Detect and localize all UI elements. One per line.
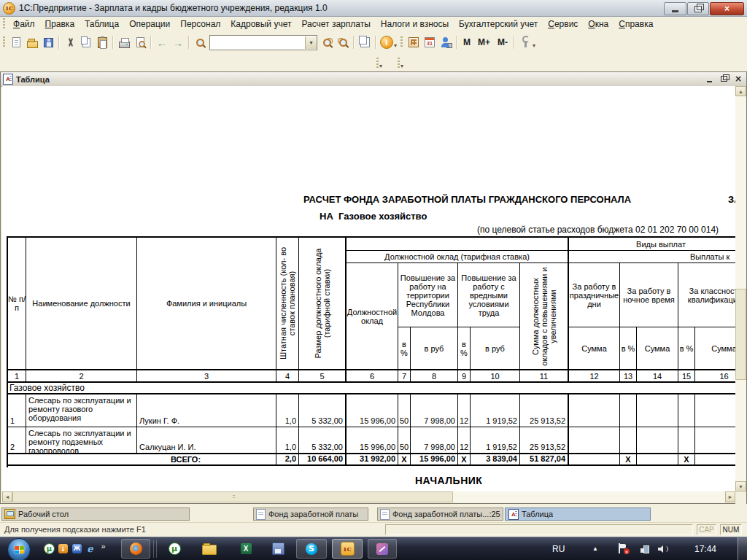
print-preview-button[interactable] xyxy=(132,34,148,50)
totals-x[interactable]: X xyxy=(458,454,471,466)
row2-empty[interactable] xyxy=(695,427,735,454)
task-excel[interactable]: X xyxy=(232,539,260,559)
row1-pct2[interactable]: 12 xyxy=(458,394,471,427)
user-permissions-button[interactable] xyxy=(438,34,454,50)
totals-total[interactable]: 51 827,04 xyxy=(520,454,569,466)
search-dropdown-button[interactable]: ▾ xyxy=(305,36,317,49)
header-pct[interactable]: в % xyxy=(678,327,695,370)
quicklaunch-downloader[interactable]: ↓ xyxy=(58,543,69,554)
colnum[interactable]: 13 xyxy=(620,370,637,383)
menu-payroll[interactable]: Расчет зарплаты xyxy=(296,18,375,31)
totals-x[interactable]: X xyxy=(620,454,637,466)
undo-button[interactable]: ← xyxy=(154,34,170,50)
task-firefox[interactable] xyxy=(121,539,150,559)
row1-empty[interactable] xyxy=(695,394,735,427)
task-1c-active[interactable]: 1С xyxy=(332,539,363,559)
colnum[interactable]: 5 xyxy=(299,370,347,383)
scroll-left-button[interactable]: ◄ xyxy=(2,491,12,502)
totals-empty[interactable] xyxy=(569,454,620,466)
menu-edit[interactable]: Правка xyxy=(40,18,80,31)
totals-empty[interactable] xyxy=(695,454,735,466)
task-image-editor[interactable] xyxy=(368,539,397,559)
section-row[interactable]: Газовое хозяйство xyxy=(8,383,735,394)
row2-name[interactable]: Салкуцан И. И. xyxy=(137,427,276,454)
row2-salary[interactable]: 5 332,00 xyxy=(299,427,347,454)
doc-restore-button[interactable] xyxy=(719,74,729,84)
scroll-right-button[interactable]: ► xyxy=(725,491,735,502)
menu-table[interactable]: Таблица xyxy=(80,18,124,31)
row2-total[interactable]: 25 913,52 xyxy=(520,427,569,454)
colnum[interactable]: 12 xyxy=(569,370,620,383)
search-button[interactable] xyxy=(192,34,208,50)
totals-staff[interactable]: 2,0 xyxy=(276,454,299,466)
copy-button[interactable] xyxy=(78,34,94,50)
toolbar-grip[interactable] xyxy=(376,58,379,69)
memory-button[interactable]: M xyxy=(460,37,474,47)
new-document-button[interactable] xyxy=(8,34,24,50)
tab-payroll-fund-1[interactable]: Фонд заработной платы xyxy=(253,508,368,521)
scroll-down-button[interactable]: ▼ xyxy=(735,481,746,491)
menu-service[interactable]: Сервис xyxy=(543,18,583,31)
totals-salary[interactable]: 10 664,00 xyxy=(299,454,347,466)
row1-empty[interactable] xyxy=(678,394,695,427)
totals-rub2[interactable]: 3 839,04 xyxy=(471,454,520,466)
header-empty-strip[interactable] xyxy=(347,238,569,251)
header-rub[interactable]: в руб xyxy=(411,327,458,370)
colnum[interactable]: 16 xyxy=(695,370,735,383)
row1-name[interactable]: Лукин Г. Ф. xyxy=(137,394,276,427)
header-position[interactable]: Наименование должности xyxy=(26,238,137,370)
colnum[interactable]: 14 xyxy=(637,370,678,383)
menu-accounting[interactable]: Бухгалтерский учет xyxy=(454,18,543,31)
totals-x[interactable]: X xyxy=(398,454,411,466)
totals-rub1[interactable]: 15 996,00 xyxy=(411,454,458,466)
colnum[interactable]: 10 xyxy=(471,370,520,383)
row1-position[interactable]: Слесарь по эксплуатации и ремонту газово… xyxy=(26,394,137,427)
totals-label[interactable]: ВСЕГО: xyxy=(8,454,276,466)
header-group-payments[interactable]: Выплаты к xyxy=(569,251,735,263)
colnum[interactable]: 15 xyxy=(678,370,695,383)
row2-num[interactable]: 2 xyxy=(8,427,26,454)
toolbar-grip[interactable] xyxy=(398,58,400,69)
menu-hr[interactable]: Кадровый учет xyxy=(225,18,296,31)
row1-staff[interactable]: 1,0 xyxy=(276,394,299,427)
vertical-scroll-thumb[interactable] xyxy=(735,289,746,380)
task-explorer[interactable] xyxy=(196,539,223,559)
menu-help[interactable]: Справка xyxy=(614,18,658,31)
horizontal-scrollbar[interactable]: ◄ ► xyxy=(2,491,735,502)
task-kl-tool[interactable] xyxy=(264,539,292,559)
row2-empty[interactable] xyxy=(637,427,678,454)
row1-empty[interactable] xyxy=(569,394,620,427)
menu-operations[interactable]: Операции xyxy=(124,18,175,31)
header-num[interactable]: № п/п xyxy=(8,238,26,370)
row2-empty[interactable] xyxy=(620,427,637,454)
show-windows-button[interactable] xyxy=(357,34,373,50)
row2-oklad[interactable]: 15 996,00 xyxy=(347,427,398,454)
tab-payroll-fund-2[interactable]: Фонд заработной платы...:25 xyxy=(377,508,503,521)
service-info-button[interactable]: i xyxy=(379,34,395,50)
header-salary-size[interactable]: Размер должностного оклада (тарифной ста… xyxy=(299,238,347,370)
close-button[interactable]: × xyxy=(710,2,744,15)
header-sum[interactable]: Сумма xyxy=(637,327,678,370)
header-col11[interactable]: Сумма должностных окладов с повышениями … xyxy=(520,263,569,370)
volume-icon[interactable] xyxy=(658,545,667,553)
header-name[interactable]: Фамилия и инициалы xyxy=(137,238,276,370)
row2-position[interactable]: Слесарь по эксплуатации и ремонту подзем… xyxy=(26,427,137,454)
toolbar-grip[interactable] xyxy=(3,36,5,48)
action-center-icon[interactable]: × xyxy=(619,543,628,553)
header-sum[interactable]: Сумма xyxy=(695,327,735,370)
collapsed-toolbar[interactable]: ▾ xyxy=(376,55,383,69)
header-sum[interactable]: Сумма xyxy=(569,327,620,370)
document-titlebar[interactable]: А Таблица × xyxy=(1,72,746,87)
open-button[interactable] xyxy=(24,34,40,50)
find-previous-button[interactable] xyxy=(335,34,351,50)
start-button[interactable] xyxy=(7,538,31,560)
quicklaunch-utorrent[interactable]: µ xyxy=(44,543,55,554)
row2-pct2[interactable]: 12 xyxy=(458,427,471,454)
header-col6[interactable]: Должностной оклад xyxy=(347,263,398,370)
save-button[interactable] xyxy=(40,34,56,50)
colnum[interactable]: 6 xyxy=(347,370,398,383)
doc-minimize-button[interactable] xyxy=(704,74,714,84)
header-col12[interactable]: За работу в праздничные дни xyxy=(569,263,620,327)
header-pct[interactable]: в % xyxy=(398,327,411,370)
row2-pct1[interactable]: 50 xyxy=(398,427,411,454)
